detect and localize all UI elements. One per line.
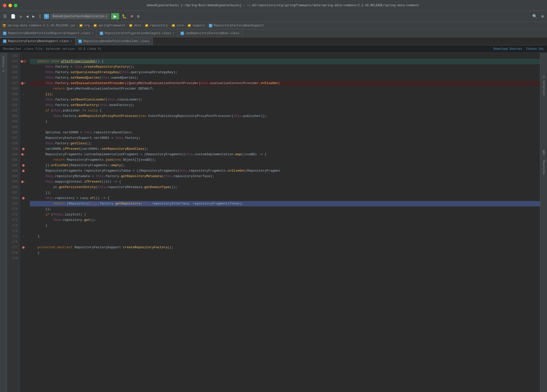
breadcrumb-jar[interactable]: 📦 spring-data-commons-2.1.10.RELEASE.jar — [2, 24, 76, 27]
gutter-143[interactable] — [20, 59, 27, 64]
line-178: } — [30, 250, 540, 256]
line-160: RepositoryFragments customImplementation… — [30, 152, 540, 157]
tab-repo-bean-def[interactable]: C RepositoryBeanDefinitionRegistrarSuppo… — [0, 29, 97, 37]
gutter-147[interactable]: ▼ — [20, 81, 27, 86]
tab-icon-1: C — [3, 32, 6, 35]
gutter-159[interactable] — [20, 146, 27, 152]
tab-repo-bean-def-builder[interactable]: C RepositoryBeanDefinitionBuilder.class — [75, 37, 153, 45]
debug-icon[interactable]: 🐛 — [121, 13, 128, 19]
package-icon-6: 📁 — [187, 24, 191, 27]
code-lines[interactable]: public void afterPropertiesSet() { this.… — [27, 53, 540, 392]
minimize-button[interactable] — [8, 4, 12, 7]
line-170: }); — [30, 206, 540, 212]
breakpoint-168 — [22, 197, 25, 199]
code-editor[interactable]: 142 143 144 145 146 147 148 149 150 151 … — [7, 53, 540, 392]
gutter-168[interactable] — [20, 196, 27, 201]
line-167: }); — [30, 190, 540, 196]
tab-close-2[interactable]: × — [173, 32, 174, 35]
right-side-panel: 2: Structure Web Favorites — [540, 53, 547, 392]
line-157: RepositoryFactorySupport var10001 = this… — [30, 135, 540, 141]
close-button[interactable] — [3, 4, 6, 7]
gutter-179 — [20, 256, 27, 261]
tab-close-1[interactable]: × — [92, 32, 93, 35]
more-tools-icon[interactable]: ⚙ — [136, 13, 141, 19]
run-button[interactable]: ▶ — [111, 13, 119, 19]
web-panel-label[interactable]: Web — [542, 150, 545, 155]
breadcrumb-org[interactable]: 📁 org — [79, 24, 90, 27]
gutter-161 — [20, 157, 27, 163]
fold-175[interactable]: ▸ — [23, 235, 24, 238]
favorites-panel-label[interactable]: Favorites — [542, 160, 545, 175]
breadcrumb-springframework[interactable]: 📁 springframework — [93, 24, 125, 27]
breakpoint-165 — [21, 181, 24, 183]
gutter-165[interactable]: ▸ — [20, 179, 27, 185]
package-icon-3: 📁 — [129, 24, 133, 27]
stop-icon[interactable]: ■ — [130, 14, 135, 19]
breadcrumb-jar-label: spring-data-commons-2.1.10.RELEASE.jar — [7, 24, 76, 27]
breadcrumb-class[interactable]: C RepositoryFactoryBeanSupport — [209, 24, 264, 27]
separator: | — [38, 14, 43, 19]
app-selector-label: DemodbjpastarbucksApplication — [53, 15, 105, 18]
line-150: this.factory.setBeanClassLoader(this.cla… — [30, 97, 540, 102]
tab-label-2: RepositoryConfigurationDelegate.class — [105, 32, 171, 35]
settings-icon[interactable]: ⚙ — [540, 13, 545, 19]
download-sources-link[interactable]: Download Sources — [494, 47, 522, 51]
choose-sol-link[interactable]: Choose SoL — [526, 47, 544, 51]
line-173: } — [30, 223, 540, 228]
line-177: protected abstract RepositoryFactorySupp… — [30, 245, 540, 250]
maximize-button[interactable] — [14, 4, 17, 7]
tab-repo-config[interactable]: C RepositoryConfigurationDelegate.class … — [97, 29, 178, 37]
line-numbers: 142 143 144 145 146 147 148 149 150 151 … — [7, 53, 20, 392]
line-163: RepositoryFragments repositoryFragmentsT… — [30, 168, 540, 174]
breakpoint-177 — [22, 246, 25, 249]
breadcrumb-core[interactable]: 📁 core — [172, 24, 184, 27]
left-side-panel: 1: Project — [0, 53, 7, 392]
gutter-177[interactable] — [20, 245, 27, 250]
new-file-icon[interactable]: 📄 — [9, 13, 17, 19]
fold-149[interactable]: ▸ — [23, 93, 24, 96]
fold-165[interactable]: ▸ — [24, 180, 26, 183]
gutter-164 — [20, 174, 27, 179]
gutter: ▼ ▸ ▸ ▸ — [20, 53, 27, 392]
gutter-144 — [20, 64, 27, 70]
title-bar: demodbjpastarbucks [~/Spring-Boot/demodb… — [0, 0, 547, 11]
tab-icon-2: C — [100, 32, 103, 35]
nav-back-icon[interactable]: ◀ — [25, 13, 30, 19]
line-179 — [30, 256, 540, 261]
gutter-163[interactable] — [20, 168, 27, 174]
line-176 — [30, 239, 540, 245]
refresh-icon[interactable]: ↻ — [18, 13, 23, 19]
hollow-bp-143 — [24, 60, 26, 63]
nav-forward-icon[interactable]: ▶ — [31, 13, 36, 19]
breadcrumb-repository[interactable]: 📁 repository — [145, 24, 168, 27]
breadcrumb-data[interactable]: 📁 data — [129, 24, 141, 27]
tab-close-4[interactable]: × — [70, 40, 72, 43]
breakpoint-147 — [21, 82, 24, 85]
gutter-149[interactable]: ▸ — [20, 92, 27, 97]
gutter-146 — [20, 75, 27, 81]
gutter-154 — [20, 119, 27, 124]
breadcrumb-support[interactable]: 📁 support — [187, 24, 205, 27]
search-icon[interactable]: 🔍 — [531, 13, 539, 19]
tab-repo-factory-bean[interactable]: C RepositoryFactoryBeanSupport.class × — [0, 37, 75, 45]
app-selector[interactable]: DemodbjpastarbucksApplication ▾ — [50, 13, 110, 19]
info-bar: Decompiled .class file, bytecode version… — [0, 45, 547, 53]
menu-icon[interactable]: ☰ — [2, 13, 8, 19]
tab-icon-3: C — [181, 32, 184, 35]
gutter-142 — [20, 53, 27, 59]
line-159: var10000.ifPresent(var10001::setReposito… — [30, 146, 540, 152]
fold-160[interactable]: ▸ — [24, 153, 26, 156]
tab-jpa-repo[interactable]: C JpaRepositoryFactoryBean.class — [178, 29, 242, 37]
gutter-175[interactable]: ▸ — [20, 234, 27, 239]
gutter-156 — [20, 130, 27, 135]
line-171: if (!this.lazyInit) { — [30, 212, 540, 217]
gutter-162[interactable] — [20, 163, 27, 168]
breakpoint-162 — [22, 164, 25, 167]
line-154: } — [30, 119, 540, 124]
project-panel-label[interactable]: 1: Project — [2, 56, 5, 72]
info-actions: Download Sources Choose SoL — [494, 47, 544, 51]
gutter-171 — [20, 212, 27, 217]
line-168: this.repository = Lazy.of(() -> { — [30, 196, 540, 201]
gutter-160[interactable]: ▸ — [20, 152, 27, 157]
structure-panel-label[interactable]: 2: Structure — [542, 76, 545, 95]
